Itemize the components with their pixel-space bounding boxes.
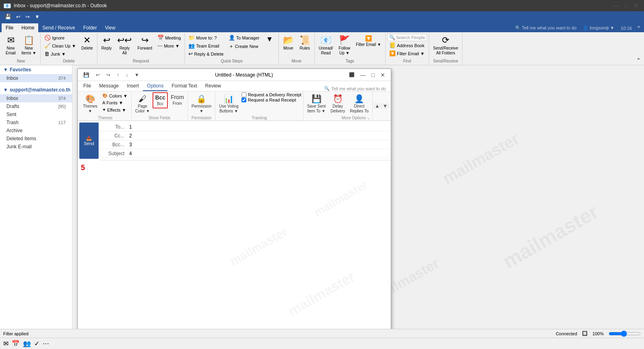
ribbon-resize-btn[interactable]: ⌃ bbox=[635, 56, 642, 65]
new-email-btn[interactable]: ✉ NewEmail bbox=[3, 34, 18, 57]
compose-tab-review[interactable]: Review bbox=[201, 81, 225, 91]
account-header[interactable]: ▼ support@mailmaster.co.th bbox=[0, 85, 72, 94]
ribbon-scroll-up[interactable]: ▲ bbox=[373, 103, 381, 109]
tab-file[interactable]: File bbox=[2, 23, 17, 32]
account-expand-icon: ▼ bbox=[3, 87, 8, 93]
from-btn[interactable]: From From bbox=[169, 92, 186, 108]
compose-qa-dropdown[interactable]: ▼ bbox=[132, 71, 142, 79]
minimize-btn[interactable]: — bbox=[611, 2, 621, 10]
follow-up-btn[interactable]: 🚩 FollowUp ▼ bbox=[336, 34, 353, 57]
subject-input[interactable] bbox=[128, 150, 388, 157]
compose-restore-btn[interactable]: □ bbox=[369, 71, 377, 79]
ribbon-scroll-down[interactable]: ▼ bbox=[381, 103, 389, 109]
bcc-btn[interactable]: Bcc Bcc bbox=[153, 92, 168, 108]
sidebar-item-drafts[interactable]: Drafts [95] bbox=[0, 102, 72, 110]
colors-btn[interactable]: 🎨 Colors ▼ bbox=[100, 92, 130, 99]
read-receipt-row[interactable]: Request a Read Receipt bbox=[242, 98, 301, 102]
send-receive-all-btn[interactable]: ⟳ Send/ReceiveAll Folders bbox=[431, 34, 460, 57]
moreoptions-expand-btn[interactable]: ⌵ bbox=[367, 116, 371, 120]
tasks-nav-btn[interactable]: ✓ bbox=[34, 340, 39, 347]
filter-email-btn[interactable]: 🔽 Filter Email ▼ bbox=[353, 34, 384, 48]
delivery-receipt-row[interactable]: Request a Delivery Receipt bbox=[242, 92, 301, 97]
filter-email-find-btn[interactable]: 🔽 Filter Email ▼ bbox=[387, 50, 427, 57]
tab-send-receive[interactable]: Send / Receive bbox=[38, 23, 79, 32]
compose-minimize-btn[interactable]: — bbox=[358, 71, 368, 79]
delay-delivery-btn[interactable]: ⏰ DelayDelivery bbox=[328, 92, 347, 115]
ribbon-collapse-btn[interactable]: ^ bbox=[635, 23, 642, 32]
sidebar-item-inbox-fav[interactable]: Inbox 374 bbox=[0, 74, 72, 82]
cc-input[interactable] bbox=[128, 133, 388, 139]
favorites-header[interactable]: ▼ Favorites bbox=[0, 65, 72, 74]
compose-tab-format-text[interactable]: Format Text bbox=[167, 81, 201, 91]
sidebar-item-sent[interactable]: Sent bbox=[0, 110, 72, 118]
compose-tab-message[interactable]: Message bbox=[95, 81, 123, 91]
junk-btn[interactable]: 🗑 Junk ▼ bbox=[42, 50, 78, 58]
create-new-btn[interactable]: ＋ Create New bbox=[227, 42, 262, 51]
save-sent-item-btn[interactable]: 💾 Save SentItem To ▼ bbox=[305, 92, 328, 115]
undo-qa-btn[interactable]: ↩ bbox=[14, 13, 22, 21]
people-nav-btn[interactable]: 👥 bbox=[23, 340, 31, 347]
unread-read-btn[interactable]: 📧 Unread/Read bbox=[316, 34, 336, 57]
close-btn[interactable]: ✕ bbox=[631, 2, 641, 10]
compose-up-btn[interactable]: ↑ bbox=[114, 71, 122, 79]
send-btn[interactable]: 📤 Send bbox=[79, 123, 99, 159]
rules-btn[interactable]: 📜 Rules bbox=[297, 34, 313, 52]
tab-folder[interactable]: Folder bbox=[79, 23, 101, 32]
delivery-receipt-check[interactable] bbox=[242, 92, 246, 97]
to-input[interactable] bbox=[128, 124, 388, 130]
ignore-btn[interactable]: 🚫 Ignore bbox=[42, 34, 78, 42]
compose-save-btn[interactable]: 💾 bbox=[81, 71, 92, 79]
mail-nav-btn[interactable]: ✉ bbox=[3, 340, 8, 347]
showfields-btns: 🖌 PageColor ▼ Bcc Bcc From From bbox=[133, 92, 186, 115]
address-book-btn[interactable]: 📒 Address Book bbox=[387, 42, 427, 49]
reply-btn[interactable]: ↩ Reply bbox=[99, 34, 114, 52]
new-items-btn[interactable]: 📋 NewItems ▼ bbox=[19, 34, 39, 57]
calendar-nav-btn[interactable]: 📅 bbox=[12, 340, 20, 347]
restore-btn[interactable]: □ bbox=[622, 2, 630, 10]
delete-btn[interactable]: ✕ Delete bbox=[79, 34, 95, 52]
compose-tab-options[interactable]: Options bbox=[143, 81, 167, 91]
compose-tab-file[interactable]: File bbox=[79, 81, 95, 91]
quicksteps-expand-btn[interactable]: ▼ bbox=[262, 34, 277, 45]
more-nav-btn[interactable]: ⋯ bbox=[43, 340, 49, 347]
move-to-btn[interactable]: 📁 Move to: ? bbox=[186, 34, 225, 42]
compose-body[interactable]: 5 mailmaster mailmaster mailmaster bbox=[78, 160, 391, 329]
compose-close-btn[interactable]: ✕ bbox=[378, 71, 388, 79]
move-btn[interactable]: 📂 Move bbox=[281, 34, 296, 52]
reply-delete-btn[interactable]: ↩ Reply & Delete bbox=[186, 50, 225, 58]
tab-view[interactable]: View bbox=[101, 23, 120, 32]
compose-expand-btn[interactable]: ⬛ bbox=[347, 71, 357, 79]
tab-home[interactable]: Home bbox=[17, 23, 38, 32]
to-manager-btn[interactable]: 👤 To Manager bbox=[227, 34, 262, 42]
more-respond-btn[interactable]: ⋯ More ▼ bbox=[155, 42, 183, 50]
qa-dropdown-btn[interactable]: ▼ bbox=[33, 13, 41, 21]
page-color-btn[interactable]: 🖌 PageColor ▼ bbox=[133, 92, 152, 115]
team-email-btn[interactable]: 👥 Team Email bbox=[186, 42, 225, 50]
cleanup-btn[interactable]: 🧹 Clean Up ▼ bbox=[42, 42, 78, 50]
from-label: From bbox=[173, 101, 182, 106]
reply-all-btn[interactable]: ↩↩ ReplyAll bbox=[115, 34, 134, 57]
read-receipt-check[interactable] bbox=[242, 98, 246, 102]
meeting-btn[interactable]: 📅 Meeting bbox=[155, 34, 183, 42]
reply-delete-icon: ↩ bbox=[188, 51, 193, 57]
permission-btn[interactable]: 🔒 Permission ▼ bbox=[190, 92, 213, 115]
direct-replies-btn[interactable]: 👤 DirectReplies To bbox=[348, 92, 371, 115]
sidebar-item-inbox[interactable]: Inbox 374 bbox=[0, 94, 72, 102]
fonts-btn[interactable]: A Fonts ▼ bbox=[100, 100, 130, 106]
forward-btn[interactable]: ↪ Forward bbox=[135, 34, 155, 52]
effects-btn[interactable]: ✦ Effects ▼ bbox=[100, 106, 130, 113]
sidebar-item-junk[interactable]: Junk E-mail bbox=[0, 143, 72, 151]
sidebar-item-deleted[interactable]: Deleted Items bbox=[0, 135, 72, 143]
bcc-input[interactable] bbox=[128, 141, 388, 148]
compose-down-btn[interactable]: ↓ bbox=[123, 71, 130, 79]
compose-undo-btn[interactable]: ↩ bbox=[93, 71, 102, 79]
compose-tab-insert[interactable]: Insert bbox=[123, 81, 143, 91]
themes-btn[interactable]: 🎨 Themes ▼ bbox=[81, 92, 99, 115]
redo-qa-btn[interactable]: ↪ bbox=[24, 13, 31, 21]
sidebar-item-archive[interactable]: Archive bbox=[0, 127, 72, 135]
compose-redo-btn[interactable]: ↪ bbox=[104, 71, 113, 79]
save-qa-btn[interactable]: 💾 bbox=[3, 13, 13, 21]
sidebar-item-trash[interactable]: Trash 117 bbox=[0, 118, 72, 127]
zoom-slider[interactable] bbox=[609, 330, 641, 337]
voting-btn[interactable]: 📊 Use VotingButtons ▼ bbox=[217, 92, 240, 115]
